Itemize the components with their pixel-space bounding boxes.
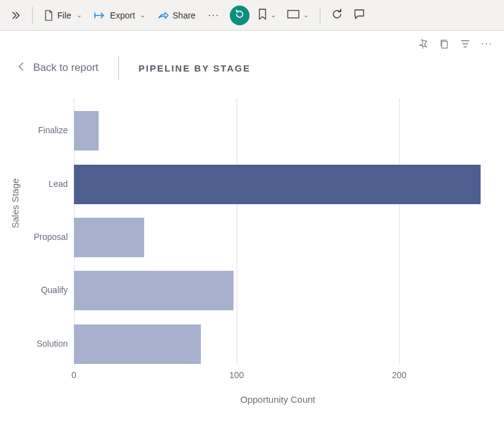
bookmark-icon — [258, 9, 267, 22]
expand-button[interactable] — [5, 7, 27, 24]
ellipsis-icon: ··· — [481, 38, 493, 49]
pin-icon — [418, 39, 428, 49]
copy-button[interactable] — [439, 39, 449, 49]
file-icon — [44, 10, 54, 21]
category-label: Qualify — [12, 285, 68, 295]
filter-icon — [460, 39, 470, 49]
chart-area: Sales Stage Opportunity Count 0100200Fin… — [12, 93, 493, 407]
chevron-down-icon: ⌄ — [303, 11, 309, 19]
share-button-label: Share — [173, 10, 195, 20]
toolbar-separator — [32, 7, 33, 24]
bar-row — [74, 271, 234, 310]
gridline — [399, 99, 400, 364]
refresh-icon — [331, 9, 343, 22]
back-label: Back to report — [33, 62, 99, 74]
chevron-down-icon: ⌄ — [76, 11, 82, 19]
category-label: Finalize — [12, 125, 68, 135]
bar[interactable] — [74, 218, 144, 257]
bar[interactable] — [74, 324, 201, 364]
bar[interactable] — [74, 111, 99, 151]
ellipsis-icon: ··· — [208, 10, 219, 21]
copy-icon — [439, 39, 449, 49]
chart-header: Back to report PIPELINE BY STAGE — [0, 52, 504, 93]
comment-icon — [354, 9, 365, 22]
category-label: Lead — [12, 179, 68, 189]
toolbar-right-group: ⌄ ⌄ — [253, 5, 370, 26]
gridline — [237, 99, 237, 364]
chart-title: PIPELINE BY STAGE — [139, 63, 251, 73]
toolbar-separator — [320, 7, 320, 24]
export-icon — [94, 10, 107, 20]
svg-rect-0 — [288, 10, 299, 18]
rectangle-icon — [287, 10, 299, 21]
chevron-double-right-icon — [11, 10, 21, 20]
refresh-button[interactable] — [327, 5, 348, 26]
x-tick-label: 0 — [71, 370, 76, 380]
visual-more-button[interactable]: ··· — [481, 38, 493, 49]
x-tick-label: 100 — [229, 370, 243, 380]
filter-button[interactable] — [460, 39, 470, 49]
view-menu[interactable]: ⌄ — [282, 6, 314, 25]
more-menu[interactable]: ··· — [201, 6, 226, 25]
x-axis-title: Opportunity Count — [240, 394, 315, 405]
bar[interactable] — [74, 165, 481, 204]
reset-button[interactable] — [230, 6, 250, 25]
bar[interactable] — [74, 271, 234, 310]
file-menu[interactable]: File ⌄ — [38, 6, 88, 25]
pin-button[interactable] — [418, 39, 428, 49]
header-separator — [118, 56, 119, 80]
share-icon — [158, 10, 169, 20]
bar-row — [74, 111, 99, 151]
share-button[interactable]: Share — [152, 7, 201, 24]
x-tick-label: 200 — [392, 370, 406, 380]
bar-row — [74, 218, 144, 257]
app-toolbar: File ⌄ Export ⌄ Share ··· ⌄ — [0, 0, 504, 31]
file-menu-label: File — [57, 10, 71, 20]
bar-row — [74, 165, 481, 204]
reset-icon — [234, 9, 245, 22]
bookmark-menu[interactable]: ⌄ — [253, 5, 281, 26]
chevron-down-icon: ⌄ — [140, 11, 145, 19]
chevron-left-icon — [17, 62, 25, 74]
plot-region[interactable]: 0100200FinalizeLeadProposalQualifySoluti… — [74, 99, 487, 364]
category-label: Proposal — [12, 232, 68, 242]
comments-button[interactable] — [349, 5, 370, 26]
back-to-report[interactable]: Back to report — [17, 62, 99, 74]
svg-rect-1 — [442, 41, 447, 48]
export-menu[interactable]: Export ⌄ — [88, 7, 152, 24]
export-menu-label: Export — [110, 10, 135, 20]
visual-action-row: ··· — [0, 31, 504, 52]
category-label: Solution — [12, 339, 68, 349]
chevron-down-icon: ⌄ — [270, 11, 276, 19]
bar-row — [74, 324, 201, 364]
